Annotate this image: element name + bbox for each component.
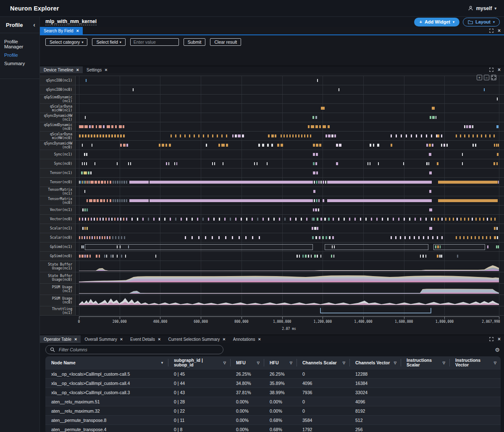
timeline-event[interactable]	[497, 236, 498, 239]
timeline-event[interactable]	[498, 245, 499, 248]
timeline-event[interactable]	[494, 227, 496, 230]
timeline-event[interactable]	[79, 181, 80, 184]
timeline-row-track[interactable]	[76, 169, 504, 177]
timeline-row-track[interactable]	[76, 141, 504, 150]
timeline-event[interactable]	[441, 255, 442, 258]
column-header-channels-scalar[interactable]: Channels Scalar▽	[297, 356, 349, 369]
timeline-event[interactable]	[81, 255, 84, 258]
timeline-event[interactable]	[99, 236, 100, 239]
timeline-event[interactable]	[312, 236, 314, 239]
timeline-event[interactable]	[327, 181, 432, 184]
timeline-event[interactable]	[103, 199, 105, 202]
clear-result-button[interactable]: Clear result	[210, 38, 241, 46]
timeline-event[interactable]	[230, 218, 231, 221]
timeline-event[interactable]	[232, 134, 234, 137]
timeline-event[interactable]	[400, 236, 401, 239]
timeline-event[interactable]	[109, 236, 110, 239]
timeline-event[interactable]	[82, 181, 83, 184]
timeline-event[interactable]	[113, 255, 113, 258]
timeline-event[interactable]	[150, 199, 313, 202]
timeline-event[interactable]	[131, 218, 133, 221]
timeline-event[interactable]	[441, 218, 443, 221]
timeline-row-track[interactable]	[76, 132, 504, 140]
timeline-event[interactable]	[268, 134, 270, 137]
timeline-event[interactable]	[491, 218, 492, 221]
timeline-event[interactable]	[368, 162, 368, 165]
timeline-event[interactable]	[87, 255, 88, 258]
timeline-event[interactable]	[129, 199, 149, 202]
timeline-event[interactable]	[328, 134, 331, 137]
timeline-event[interactable]	[314, 199, 315, 202]
close-icon[interactable]: ×	[74, 337, 77, 342]
timeline-event[interactable]	[197, 218, 198, 221]
timeline-event[interactable]	[103, 125, 105, 128]
timeline-event[interactable]	[84, 190, 85, 193]
timeline-event[interactable]	[421, 134, 422, 137]
timeline-event[interactable]	[114, 134, 116, 137]
timeline-event[interactable]	[98, 181, 100, 184]
table-row[interactable]: aten__relu_maximum.320 | 220.00%0.00%081…	[45, 406, 501, 415]
timeline-event[interactable]	[328, 218, 330, 221]
sort-desc-icon[interactable]: ▼	[160, 361, 164, 365]
timeline-event[interactable]	[94, 181, 97, 184]
timeline-event[interactable]	[271, 144, 273, 147]
timeline-event[interactable]	[257, 162, 257, 165]
timeline-event[interactable]	[391, 134, 392, 137]
filter-icon[interactable]: ▽	[343, 361, 345, 365]
timeline-event[interactable]	[84, 236, 85, 239]
timeline-event[interactable]	[497, 153, 499, 156]
timeline-event[interactable]	[153, 218, 155, 221]
timeline-event[interactable]	[302, 255, 304, 258]
timeline-event[interactable]	[475, 236, 476, 239]
timeline-event[interactable]	[238, 134, 241, 137]
timeline-event[interactable]	[329, 236, 331, 239]
timeline-event[interactable]	[267, 162, 268, 165]
timeline-event[interactable]	[257, 218, 258, 221]
timeline-event[interactable]	[150, 181, 313, 184]
timeline-event[interactable]	[496, 227, 498, 230]
timeline-event[interactable]	[162, 144, 164, 147]
timeline-event[interactable]	[331, 255, 332, 258]
close-icon[interactable]: ×	[498, 67, 501, 72]
tab-event-details[interactable]: Event Details×	[126, 335, 164, 343]
timeline-row-track[interactable]	[76, 215, 504, 224]
timeline-event[interactable]	[115, 125, 117, 128]
timeline-event[interactable]	[94, 236, 95, 239]
collapse-sidebar-icon[interactable]: ‹	[33, 21, 35, 28]
timeline-event[interactable]	[463, 236, 465, 239]
timeline-event[interactable]	[281, 144, 283, 147]
timeline-event[interactable]	[126, 218, 127, 221]
timeline-event[interactable]	[89, 181, 89, 184]
timeline-event[interactable]	[479, 218, 480, 221]
timeline-event[interactable]	[226, 134, 227, 137]
timeline-event[interactable]	[315, 236, 317, 239]
column-header-instructions-scalar[interactable]: Instructions Scalar▽	[401, 356, 449, 369]
timeline-event[interactable]	[159, 218, 160, 221]
timeline-event[interactable]	[203, 134, 204, 137]
timeline-event[interactable]	[323, 125, 326, 128]
timeline-event[interactable]	[429, 227, 432, 230]
close-icon[interactable]: ×	[105, 68, 107, 72]
timeline-event[interactable]	[466, 125, 468, 128]
timeline-event[interactable]	[79, 134, 81, 137]
timeline-event[interactable]	[108, 134, 110, 137]
timeline-event[interactable]	[313, 190, 315, 193]
close-icon[interactable]: ×	[498, 337, 501, 342]
timeline-event[interactable]	[349, 218, 350, 221]
timeline-event[interactable]	[92, 236, 93, 239]
timeline-event[interactable]	[425, 255, 426, 258]
timeline-event[interactable]	[289, 134, 291, 137]
timeline-event[interactable]	[311, 255, 312, 258]
close-icon[interactable]: ×	[76, 29, 79, 33]
timeline-event[interactable]	[432, 116, 435, 119]
timeline-event[interactable]	[89, 255, 91, 258]
timeline-event[interactable]	[184, 134, 186, 137]
timeline-event[interactable]	[423, 255, 424, 258]
timeline-event[interactable]	[107, 181, 108, 184]
timeline-event[interactable]	[420, 255, 421, 258]
timeline-event[interactable]	[94, 218, 95, 221]
timeline-event[interactable]	[218, 236, 220, 239]
timeline-event[interactable]	[142, 218, 144, 221]
timeline-event[interactable]	[314, 227, 316, 230]
timeline-event[interactable]	[327, 199, 432, 202]
